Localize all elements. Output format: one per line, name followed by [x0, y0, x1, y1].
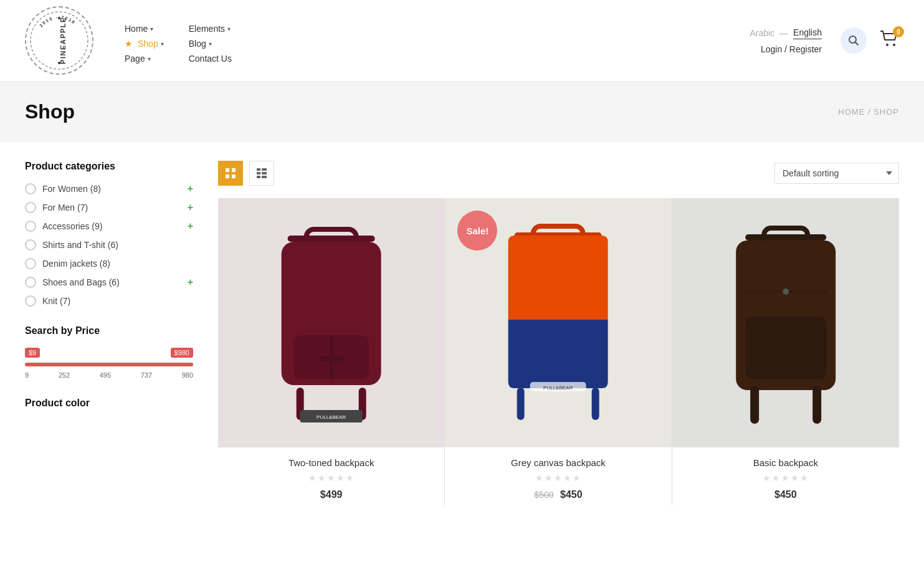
grid-view-button[interactable] [218, 161, 243, 186]
cat-label-shirts: Shirts and T-shit (6) [42, 240, 118, 250]
price-slider[interactable]: $9 $980 9 252 495 737 980 [25, 348, 193, 379]
svg-rect-18 [262, 176, 267, 178]
list-view-button[interactable] [249, 161, 274, 186]
svg-rect-38 [745, 317, 826, 379]
main-layout: Product categories For Women (8) + For M… [0, 142, 924, 524]
sort-select[interactable]: Default sorting Sort by popularity Sort … [774, 163, 899, 184]
nav-contact[interactable]: Contact Us [189, 54, 232, 64]
radio-shoes[interactable] [25, 277, 36, 288]
svg-rect-35 [745, 234, 826, 241]
list-item[interactable]: For Women (8) + [25, 183, 193, 194]
product-info-2: Grey canvas backpack ★ ★ ★ ★ ★ $500 $450 [445, 447, 671, 505]
categories-title: Product categories [25, 161, 193, 172]
nav-shop[interactable]: ★ Shop ▾ [125, 39, 164, 49]
tick-4: 737 [141, 371, 152, 379]
expand-shoes[interactable]: + [188, 277, 193, 288]
list-item[interactable]: Shoes and Bags (6) + [25, 277, 193, 288]
elements-chevron: ▾ [227, 26, 231, 32]
expand-men[interactable]: + [188, 202, 193, 213]
shop-chevron: ▾ [161, 41, 164, 47]
radio-shirts[interactable] [25, 239, 36, 251]
radio-accessories[interactable] [25, 221, 36, 232]
svg-rect-13 [257, 168, 260, 171]
svg-rect-17 [257, 176, 260, 178]
radio-denim[interactable] [25, 258, 36, 269]
logo-area: 2015 - 2018 PINEAPPLE [25, 6, 106, 75]
breadcrumb: HOME / SHOP [838, 107, 899, 117]
svg-point-8 [893, 44, 895, 46]
svg-rect-11 [226, 174, 229, 178]
list-icon [257, 168, 267, 178]
lang-english[interactable]: English [793, 27, 822, 39]
register-link[interactable]: Register [789, 44, 822, 54]
product-name-1: Two-toned backpack [223, 457, 439, 468]
list-item[interactable]: For Men (7) + [25, 202, 193, 213]
svg-point-3 [58, 17, 60, 19]
price-fill [25, 363, 193, 366]
radio-women[interactable] [25, 183, 36, 194]
cat-label-men: For Men (7) [42, 203, 88, 212]
list-item[interactable]: Knit (7) [25, 295, 193, 307]
radio-men[interactable] [25, 202, 36, 213]
page-title: Shop [25, 100, 75, 123]
product-name-2: Grey canvas backpack [450, 457, 666, 468]
price-max-tag: $980 [171, 348, 193, 358]
blog-chevron: ▾ [209, 41, 212, 47]
categories-section: Product categories For Women (8) + For M… [25, 161, 193, 307]
product-card[interactable]: PULL&BEAR Two-toned backpack ★ ★ ★ ★ ★ $… [218, 198, 445, 505]
star-rating-2: ★ ★ ★ ★ ★ [450, 473, 666, 483]
tick-2: 252 [59, 371, 70, 379]
color-title: Product color [25, 398, 193, 409]
expand-women[interactable]: + [188, 183, 193, 194]
svg-point-40 [783, 289, 789, 295]
price-title: Search by Price [25, 325, 193, 336]
cat-label-women: For Women (8) [42, 184, 101, 194]
nav-col-1: Home ▾ ★ Shop ▾ Page ▾ [125, 24, 164, 64]
main-nav: Home ▾ ★ Shop ▾ Page ▾ Elements ▾ Blog ▾ [125, 17, 750, 64]
nav-col-2: Elements ▾ Blog ▾ Contact Us [189, 24, 232, 64]
nav-home[interactable]: Home ▾ [125, 24, 164, 34]
svg-rect-14 [262, 168, 267, 171]
svg-rect-19 [288, 236, 375, 242]
svg-rect-10 [232, 168, 236, 172]
svg-text:PULL&BEAR: PULL&BEAR [317, 414, 346, 420]
svg-rect-9 [226, 168, 229, 172]
expand-accessories[interactable]: + [188, 221, 193, 232]
list-item[interactable]: Accessories (9) + [25, 221, 193, 232]
cat-label-denim: Denim jackets (8) [42, 259, 110, 269]
sale-badge: Sale! [457, 211, 497, 251]
nav-page[interactable]: Page ▾ [125, 54, 164, 64]
list-item[interactable]: Denim jackets (8) [25, 258, 193, 269]
star-rating-1: ★ ★ ★ ★ ★ [223, 473, 439, 483]
search-button[interactable] [841, 27, 867, 54]
lang-arabic[interactable]: Arabic [750, 28, 774, 38]
product-card[interactable]: Basic backpack ★ ★ ★ ★ ★ $450 [672, 198, 899, 505]
svg-rect-24 [319, 356, 344, 361]
price-min-tag: $9 [25, 348, 40, 358]
login-link[interactable]: Login [761, 44, 782, 54]
cart-button[interactable]: 0 [879, 30, 899, 51]
lang-dash: — [779, 28, 788, 38]
svg-rect-12 [232, 174, 236, 178]
breadcrumb-home[interactable]: HOME [838, 107, 865, 117]
svg-rect-16 [262, 172, 267, 174]
breadcrumb-sep: / [868, 107, 874, 117]
radio-knit[interactable] [25, 295, 36, 307]
cat-label-accessories: Accessories (9) [42, 221, 102, 231]
product-card[interactable]: Sale! PULL&BEAR [445, 198, 672, 505]
nav-elements[interactable]: Elements ▾ [189, 24, 232, 34]
svg-text:PULL&BEAR: PULL&BEAR [543, 385, 573, 391]
cart-badge: 0 [893, 26, 904, 37]
nav-blog[interactable]: Blog ▾ [189, 39, 232, 49]
product-price-2: $500 $450 [450, 489, 666, 500]
price-track[interactable] [25, 363, 193, 366]
svg-rect-15 [257, 172, 260, 174]
star-rating-3: ★ ★ ★ ★ ★ [677, 473, 894, 483]
list-item[interactable]: Shirts and T-shit (6) [25, 239, 193, 251]
color-section: Product color [25, 398, 193, 409]
header: 2015 - 2018 PINEAPPLE Home ▾ ★ Shop ▾ Pa [0, 0, 924, 82]
product-price-1: $499 [223, 489, 439, 500]
price-labels: $9 $980 [25, 348, 193, 358]
price-section: Search by Price $9 $980 9 252 495 737 98… [25, 325, 193, 379]
product-price-3: $450 [677, 489, 894, 500]
